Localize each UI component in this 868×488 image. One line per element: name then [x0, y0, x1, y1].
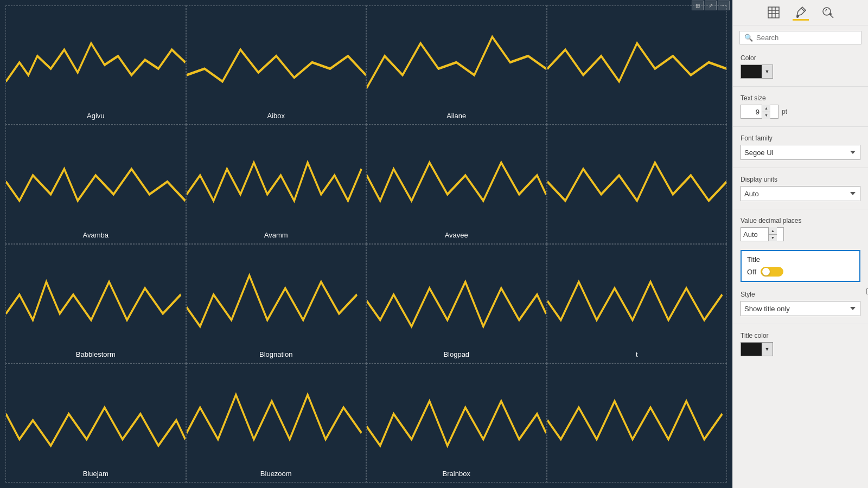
font-family-label: Font family — [741, 134, 860, 142]
paint-icon[interactable] — [793, 4, 809, 21]
chart-cell-avavee: Avavee — [366, 125, 547, 244]
title-color-label: Title color — [741, 332, 860, 339]
decimal-spinner-down[interactable]: ▼ — [768, 235, 777, 242]
title-card-label: Title — [747, 255, 854, 264]
text-size-input[interactable]: 9 — [741, 108, 762, 116]
decimal-places-section: Value decimal places Auto ▲ ▼ — [733, 211, 868, 247]
chart-label-brainbox: Brainbox — [443, 470, 470, 478]
title-color-section: Title color ▼ — [733, 326, 868, 362]
spinner-down-btn[interactable]: ▼ — [762, 112, 770, 119]
right-panel: 🔍 Color ▼ Text size 9 ▲ ▼ pt Font family — [732, 0, 868, 488]
decimal-spinner-up[interactable]: ▲ — [768, 227, 777, 235]
chart-label-avavee: Avavee — [445, 231, 468, 239]
title-card: Title Off — [741, 250, 860, 282]
style-label: Style — [741, 291, 860, 298]
chart-cell-avamba: Avamba — [5, 125, 186, 244]
decimal-places-input[interactable]: Auto — [741, 230, 768, 239]
title-toggle[interactable] — [761, 267, 783, 277]
chart-cell-blognation: Blognation — [186, 244, 367, 363]
text-size-section: Text size 9 ▲ ▼ pt — [733, 89, 868, 124]
display-units-label: Display units — [741, 176, 860, 183]
toggle-off-label: Off — [747, 268, 756, 276]
chart-cell-blogpad: Blogpad — [366, 244, 547, 363]
chart-grid: Agivu Aibox Ailane Avamba — [0, 0, 732, 488]
toggle-row: Off — [747, 267, 854, 277]
chart-cell-brainbox: Brainbox — [366, 363, 547, 483]
svg-point-6 — [823, 8, 831, 15]
chart-cell-r3c3 — [547, 363, 727, 483]
color-picker-button[interactable]: ▼ — [741, 65, 773, 79]
text-size-unit: pt — [782, 108, 787, 115]
svg-rect-0 — [768, 7, 779, 18]
chart-label-aibox: Aibox — [267, 112, 285, 120]
chart-cell-bluejam: Bluejam — [5, 363, 186, 483]
color-swatch — [741, 65, 762, 78]
title-color-picker[interactable]: ▼ — [741, 342, 773, 356]
chart-label-ailane: Ailane — [446, 112, 466, 120]
color-chevron-icon: ▼ — [762, 65, 773, 78]
chart-label-blognation: Blognation — [259, 350, 292, 358]
chart-label-babblestorm: Babblestorm — [76, 350, 116, 358]
svg-point-8 — [829, 13, 832, 15]
chart-cell-bluezoom: Bluezoom — [186, 363, 367, 483]
display-units-select[interactable]: Auto — [741, 186, 860, 201]
table-icon[interactable] — [765, 4, 782, 21]
chart-cell-avamm: Avamm — [186, 125, 367, 244]
style-select[interactable]: Show title only — [741, 301, 860, 316]
style-section: Style Show title only — [733, 285, 868, 322]
chart-label-bluezoom: Bluezoom — [260, 470, 292, 478]
chart-cell-r1c3 — [547, 125, 727, 244]
chart-cell-ailane: Ailane — [366, 5, 547, 125]
chart-cell-babblestorm: Babblestorm — [5, 244, 186, 363]
chart-cell-r2c3: t — [547, 244, 727, 363]
search-magnifier-icon[interactable] — [820, 4, 836, 21]
toggle-knob — [762, 268, 770, 275]
chart-label-avamba: Avamba — [83, 231, 108, 239]
main-chart-area: ⊞ ↗ ··· Agivu Aibox Ailane — [0, 0, 732, 488]
color-label: Color — [741, 54, 860, 62]
decimal-places-label: Value decimal places — [741, 217, 860, 224]
title-color-chevron-icon: ▼ — [762, 343, 773, 356]
chart-label-agivu: Agivu — [87, 112, 105, 120]
chart-cell-aibox: Aibox — [186, 5, 367, 125]
text-size-label: Text size — [741, 94, 860, 102]
chart-label-bluejam: Bluejam — [83, 470, 108, 478]
font-family-select[interactable]: Segoe UI — [741, 145, 860, 160]
search-icon: 🔍 — [744, 34, 753, 42]
search-box[interactable]: 🔍 — [739, 31, 861, 44]
chart-cell-agivu: Agivu — [5, 5, 186, 125]
decimal-places-spinner[interactable]: Auto ▲ ▼ — [741, 227, 784, 241]
color-section: Color ▼ — [733, 49, 868, 84]
panel-top-icons — [733, 0, 868, 25]
font-family-section: Font family Segoe UI — [733, 129, 868, 165]
chart-cell-r0c3 — [547, 5, 727, 125]
title-color-swatch — [741, 343, 762, 356]
search-input[interactable] — [756, 34, 857, 42]
display-units-section: Display units Auto — [733, 170, 868, 207]
text-size-spinner[interactable]: 9 ▲ ▼ — [741, 105, 778, 119]
chart-label-r2c3: t — [636, 350, 638, 358]
spinner-up-btn[interactable]: ▲ — [762, 105, 770, 112]
chart-label-avamm: Avamm — [264, 231, 288, 239]
chart-label-blogpad: Blogpad — [443, 350, 469, 358]
title-card-wrapper: Title Off ☞ — [733, 247, 868, 285]
